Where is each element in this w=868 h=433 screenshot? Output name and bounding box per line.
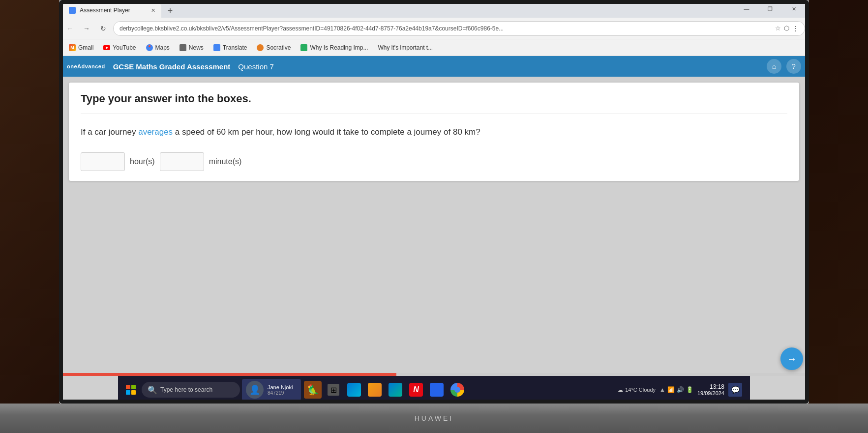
- clock: 13:18 19/09/2024: [697, 383, 724, 396]
- translate-icon: [213, 44, 220, 51]
- brand-logo: HUAWEI: [415, 414, 453, 422]
- tab-bar: Assessment Player ✕ + — ❐ ✕: [59, 0, 809, 18]
- taskbar-apps: 🦜 ⊞ N: [303, 380, 467, 400]
- answer-row: hour(s) minute(s): [81, 152, 787, 171]
- windows-icon-blue: [126, 390, 130, 395]
- edge-icon: [347, 383, 361, 397]
- address-bar[interactable]: derbycollege.bksblive2.co.uk/bksblive2/v…: [113, 21, 805, 36]
- bookmark-gmail[interactable]: M Gmail: [65, 43, 97, 53]
- close-button[interactable]: ✕: [782, 2, 805, 16]
- bookmark-socrative[interactable]: Socrative: [253, 43, 295, 53]
- question-label: Question 7: [238, 62, 274, 71]
- tray-icons: ▲ 📶 🔊 🔋: [659, 386, 693, 393]
- taskbar-files-button[interactable]: [365, 380, 385, 400]
- next-button[interactable]: →: [780, 347, 803, 370]
- bookmark-reading2-label: Why it's important t...: [378, 44, 433, 51]
- user-name: Jane Njoki: [268, 384, 293, 390]
- notifications-button[interactable]: 💬: [728, 383, 742, 397]
- content-area: oneAdvanced GCSE Maths Graded Assessment…: [59, 56, 809, 404]
- taskbar-pirate-app[interactable]: 🦜: [303, 380, 323, 400]
- taskbar-search[interactable]: 🔍 Type here to search: [142, 382, 240, 398]
- search-placeholder: Type here to search: [160, 386, 212, 393]
- bookmark-icon[interactable]: ☆: [775, 25, 781, 32]
- windows-icon-red: [126, 385, 130, 389]
- forward-button[interactable]: →: [80, 22, 93, 35]
- store-icon: [389, 383, 402, 397]
- bookmark-gmail-label: Gmail: [78, 44, 93, 51]
- taskbar-taskview-button[interactable]: ⊞: [324, 380, 343, 400]
- taskbar-store-button[interactable]: [386, 380, 405, 400]
- gmail-icon: M: [69, 44, 76, 51]
- taskview-icon: ⊞: [328, 384, 339, 396]
- network-icon: 📶: [667, 386, 675, 393]
- minimize-button[interactable]: —: [735, 2, 758, 16]
- screen: Assessment Player ✕ + — ❐ ✕ ← → ↻ derbyc…: [59, 0, 809, 404]
- windows-icon-yellow: [131, 390, 136, 395]
- question-text-part1: If a car journey: [81, 127, 138, 137]
- reading1-icon: [300, 44, 307, 51]
- reload-button[interactable]: ↻: [96, 22, 110, 35]
- battery-icon: 🔋: [686, 386, 693, 393]
- tab-close-button[interactable]: ✕: [151, 7, 155, 14]
- windows-icon: [126, 385, 136, 395]
- bookmark-socrative-label: Socrative: [266, 44, 291, 51]
- clock-time: 13:18: [710, 383, 724, 390]
- home-icon-button[interactable]: ⌂: [767, 59, 781, 74]
- help-icon-button[interactable]: ?: [786, 59, 801, 74]
- progress-container: [59, 373, 809, 376]
- taskbar-chrome-button[interactable]: [448, 380, 467, 400]
- taskbar-edge-button[interactable]: [344, 380, 364, 400]
- bookmark-youtube-label: YouTube: [113, 44, 136, 51]
- news-icon: [180, 44, 186, 51]
- taskbar-netflix-button[interactable]: N: [406, 380, 426, 400]
- system-tray: ☁ 14°C Cloudy ▲ 📶 🔊 🔋 13:18 19/09/2024 💬: [618, 383, 746, 397]
- settings-icon[interactable]: ⋮: [792, 25, 799, 32]
- tab-favicon: [69, 7, 76, 14]
- assessment-header: oneAdvanced GCSE Maths Graded Assessment…: [59, 56, 809, 77]
- laptop-bottom-bezel: HUAWEI: [0, 404, 868, 433]
- minutes-input[interactable]: [160, 152, 204, 171]
- hours-input[interactable]: [81, 152, 125, 171]
- maximize-button[interactable]: ❐: [759, 2, 781, 16]
- search-icon: 🔍: [148, 385, 157, 395]
- bookmark-maps-label: Maps: [155, 44, 170, 51]
- one-advanced-logo: oneAdvanced: [67, 63, 105, 69]
- user-details: Jane Njoki 847219: [268, 384, 293, 396]
- taskbar: 🔍 Type here to search 👤 Jane Njoki 84721…: [118, 376, 750, 404]
- windows-icon-green: [131, 385, 136, 389]
- maps-icon: 📍: [146, 44, 153, 51]
- window-controls: — ❐ ✕: [735, 2, 805, 16]
- bookmark-youtube[interactable]: YouTube: [99, 43, 140, 53]
- pirate-icon: 🦜: [304, 381, 322, 399]
- tab-label: Assessment Player: [80, 7, 130, 14]
- taskbar-user-info: 👤 Jane Njoki 847219: [242, 379, 301, 401]
- bookmark-reading2[interactable]: Why it's important t...: [374, 43, 437, 53]
- bookmark-translate-label: Translate: [223, 44, 247, 51]
- start-button[interactable]: [122, 381, 140, 399]
- assessment-title: GCSE Maths Graded Assessment: [113, 62, 231, 71]
- wifi-icon: ▲: [659, 386, 665, 393]
- bookmark-translate[interactable]: Translate: [210, 43, 251, 53]
- volume-icon: 🔊: [677, 386, 684, 393]
- bookmark-maps[interactable]: 📍 Maps: [142, 43, 174, 53]
- minutes-label: minute(s): [209, 157, 242, 166]
- bookmark-reading1-label: Why Is Reading Imp...: [310, 44, 368, 51]
- tick-icon: [430, 383, 444, 397]
- share-icon[interactable]: ⬡: [784, 25, 789, 32]
- netflix-icon: N: [409, 383, 423, 397]
- files-icon: [368, 383, 382, 397]
- address-bar-row: ← → ↻ derbycollege.bksblive2.co.uk/bksbl…: [59, 18, 809, 39]
- clock-date: 19/09/2024: [697, 390, 724, 396]
- question-text: If a car journey averages a speed of 60 …: [81, 125, 787, 139]
- notifications-icon: 💬: [731, 386, 740, 394]
- bookmark-news-label: News: [189, 44, 204, 51]
- youtube-icon: [103, 45, 110, 50]
- taskbar-tick-button[interactable]: [427, 380, 447, 400]
- new-tab-button[interactable]: +: [163, 4, 177, 18]
- progress-bar: [59, 373, 396, 376]
- active-tab[interactable]: Assessment Player ✕: [63, 3, 161, 18]
- back-button[interactable]: ←: [63, 22, 77, 35]
- bookmark-reading1[interactable]: Why Is Reading Imp...: [297, 43, 372, 53]
- chrome-icon: [450, 383, 464, 397]
- bookmark-news[interactable]: News: [176, 43, 208, 53]
